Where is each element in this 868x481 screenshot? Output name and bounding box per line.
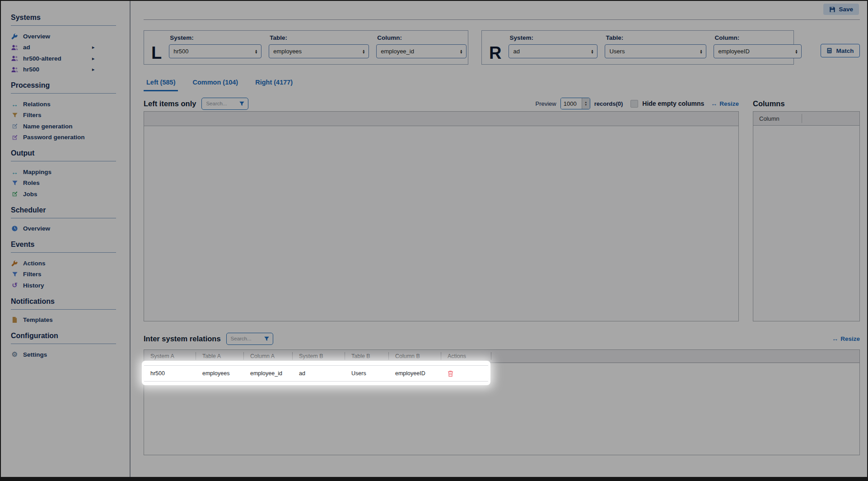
users-icon [11,66,19,73]
columns-table-header: Column [753,112,859,126]
sidebar-item-roles[interactable]: Roles [11,178,94,189]
calculator-icon [826,47,832,54]
select-arrows-icon [255,49,257,54]
right-column-value: employeeID [718,48,749,55]
resize-arrows-icon [711,100,717,107]
sidebar-section-scheduler: Scheduler Overview [11,206,130,235]
sidebar-item-hr500-altered[interactable]: hr500-altered [11,53,94,64]
left-system-value: hr500 [173,48,188,55]
section-title: Systems [11,14,130,22]
cell-column-b: employeeID [389,370,441,377]
left-items-section: Left items only Preview records(0) [144,96,739,321]
sidebar-item-label: Mappings [23,169,51,175]
right-table-value: Users [609,48,625,55]
left-items-table [144,111,739,321]
search-input[interactable] [205,100,239,107]
save-label: Save [839,6,853,13]
section-divider [11,344,116,344]
tab-right[interactable]: Right (4177) [252,76,295,91]
hide-empty-columns-checkbox[interactable] [630,100,638,108]
sidebar-item-history[interactable]: History [11,280,94,291]
sidebar-item-hr500[interactable]: hr500 [11,64,94,75]
relations-table-header: System A Table A Column A System B Table… [144,350,859,363]
sidebar-item-scheduler-overview[interactable]: Overview [11,223,94,235]
header-actions: Actions [441,350,491,363]
resize-left-items-link[interactable]: Resize [711,100,739,107]
save-button[interactable]: Save [823,4,859,15]
users-icon [11,44,19,51]
funnel-icon [11,112,19,119]
left-column-select[interactable]: employee_id [376,44,467,58]
section-divider [11,93,116,94]
highlighted-table-row: hr500 employees employee_id ad Users emp… [144,363,488,383]
preview-label: Preview [535,100,556,107]
number-spinner[interactable] [582,98,590,109]
header-table-b: Table B [345,350,389,363]
resize-relations-link[interactable]: Resize [832,335,860,342]
resize-label: Resize [719,100,739,107]
right-column-select[interactable]: employeeID [714,44,802,58]
bottom-edge-bar [1,477,867,480]
tab-left[interactable]: Left (585) [144,76,178,91]
right-table-select[interactable]: Users [605,44,706,58]
match-button[interactable]: Match [821,44,860,57]
left-table-select[interactable]: employees [269,44,369,58]
funnel-icon [11,179,19,187]
tab-common[interactable]: Common (104) [190,76,241,91]
sidebar-item-relations[interactable]: Relations [11,99,94,110]
select-arrows-icon [795,49,797,54]
header-system-b: System B [293,350,345,363]
resize-label: Resize [840,335,860,342]
columns-title: Columns [753,99,785,108]
history-icon [11,282,19,289]
sidebar: Systems Overview ad hr500-al [1,1,131,480]
search-input[interactable] [230,335,264,342]
system-label: System: [170,34,261,41]
sidebar-section-processing: Processing Relations Filters Name genera… [11,81,130,143]
relations-search [226,333,273,345]
gear-icon [11,351,19,358]
sidebar-item-name-generation[interactable]: Name generation [11,121,94,132]
sidebar-item-password-generation[interactable]: Password generation [11,132,94,143]
inter-system-relations-section: Inter system relations Resize System A T… [144,332,860,455]
sidebar-section-configuration: Configuration Settings [11,332,130,360]
right-system-select[interactable]: ad [509,44,597,58]
sidebar-item-actions[interactable]: Actions [11,258,94,269]
sidebar-item-label: Actions [23,260,46,267]
sidebar-item-label: Settings [23,351,47,358]
sidebar-item-label: Password generation [23,134,85,141]
column-label: Column: [714,34,802,41]
sidebar-item-jobs[interactable]: Jobs [11,189,94,200]
delete-relation-button[interactable] [448,370,453,377]
select-arrows-icon [460,49,462,54]
document-icon [11,316,19,324]
sidebar-item-mappings[interactable]: Mappings [11,166,94,178]
select-arrows-icon [591,49,593,54]
relations-title: Inter system relations [144,335,221,343]
cell-table-b: Users [345,370,389,377]
preview-count-input[interactable] [561,98,582,109]
sidebar-item-label: Roles [23,179,40,186]
top-bar: Save [144,1,860,20]
sidebar-item-ad[interactable]: ad [11,42,94,53]
sidebar-item-label: Jobs [23,191,37,198]
columns-table: Column [753,111,860,321]
left-items-table-header [144,112,738,126]
clock-icon [11,225,19,232]
sidebar-item-templates[interactable]: Templates [11,315,94,326]
section-divider [11,252,116,253]
cell-table-a: employees [196,370,244,377]
left-system-select[interactable]: hr500 [169,44,261,58]
sidebar-item-label: Templates [23,316,53,323]
right-panel-letter: R [489,44,501,61]
records-count-label: records(0) [594,100,623,107]
left-column-group: Column: employee_id [376,34,467,61]
sidebar-item-settings[interactable]: Settings [11,349,94,360]
column-header-label: Column [759,115,779,122]
sidebar-item-event-filters[interactable]: Filters [11,269,94,280]
sidebar-item-overview[interactable]: Overview [11,31,94,42]
sidebar-item-filters[interactable]: Filters [11,110,94,121]
chevron-right-icon [92,67,94,72]
right-system-group: System: ad [509,34,597,61]
resize-arrows-icon [832,335,838,342]
